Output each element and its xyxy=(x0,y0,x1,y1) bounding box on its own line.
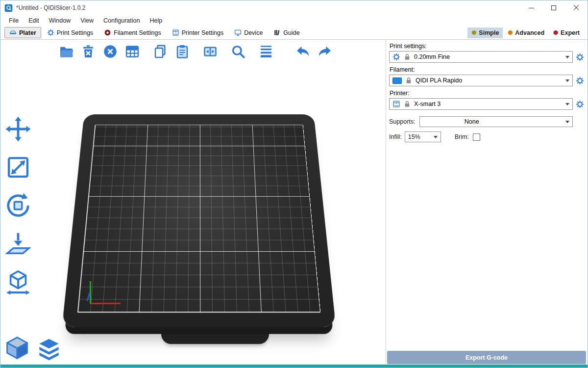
monitor-icon xyxy=(234,29,242,36)
scale-icon xyxy=(5,154,31,181)
measure-icon xyxy=(5,269,31,295)
titlebar: *Untitled - QIDISlicer-1.0.2 xyxy=(0,0,588,15)
supports-value: None xyxy=(465,118,479,125)
gear-icon xyxy=(576,53,584,61)
menu-view[interactable]: View xyxy=(75,16,98,25)
split-button[interactable] xyxy=(201,43,219,60)
print-settings-combo[interactable]: 0.20mm Fine xyxy=(389,51,573,63)
mode-simple-icon xyxy=(471,30,476,35)
plater-icon xyxy=(9,29,17,36)
menu-edit[interactable]: Edit xyxy=(24,16,44,25)
tab-device[interactable]: Device xyxy=(229,27,268,38)
maximize-button[interactable] xyxy=(542,0,565,15)
qidislicer-window: *Untitled - QIDISlicer-1.0.2 File Edit W… xyxy=(0,0,588,368)
supports-combo[interactable]: None xyxy=(419,116,573,127)
mode-simple[interactable]: Simple xyxy=(467,27,503,38)
close-button[interactable] xyxy=(565,0,588,15)
export-gcode-button[interactable]: Export G-code xyxy=(387,351,586,364)
menu-file[interactable]: File xyxy=(4,16,24,25)
menu-configuration[interactable]: Configuration xyxy=(98,16,145,25)
main-area: Print settings: 0.20mm Fine Filament: QI… xyxy=(0,40,588,365)
filament-combo[interactable]: QIDI PLA Rapido xyxy=(389,75,573,86)
print-bed-plate xyxy=(62,114,336,327)
minimize-button[interactable] xyxy=(520,0,542,15)
arrange-button[interactable] xyxy=(123,43,141,60)
mode-simple-label: Simple xyxy=(479,29,499,36)
split-icon xyxy=(203,44,218,59)
mode-advanced-label: Advanced xyxy=(515,29,544,36)
delete-all-button[interactable] xyxy=(101,43,119,60)
gizmo-toolbar xyxy=(3,114,33,297)
lock-icon xyxy=(403,100,411,108)
move-icon xyxy=(5,116,31,142)
tab-print-settings[interactable]: Print Settings xyxy=(42,27,98,38)
arrange-icon xyxy=(125,44,140,59)
close-icon xyxy=(573,5,579,11)
viewport-3d[interactable] xyxy=(0,40,386,365)
mode-expert[interactable]: Expert xyxy=(549,27,584,38)
tab-filament-settings[interactable]: Filament Settings xyxy=(99,27,166,38)
tab-device-label: Device xyxy=(244,29,263,36)
printer-combo[interactable]: X-smart 3 xyxy=(389,98,573,110)
copy-icon xyxy=(153,44,168,59)
tab-print-settings-label: Print Settings xyxy=(57,29,93,36)
tab-printer-settings-label: Printer Settings xyxy=(182,29,223,36)
rotate-button[interactable] xyxy=(3,191,33,220)
window-controls xyxy=(520,0,588,15)
lock-icon xyxy=(405,77,413,84)
delete-button[interactable] xyxy=(79,43,97,60)
app-logo-icon xyxy=(4,4,13,12)
gear-icon xyxy=(47,29,54,36)
editor-view-button[interactable] xyxy=(4,335,30,361)
tab-printer-settings[interactable]: Printer Settings xyxy=(167,27,228,38)
place-on-face-button[interactable] xyxy=(3,229,33,259)
copy-button[interactable] xyxy=(151,43,169,60)
mode-advanced[interactable]: Advanced xyxy=(504,27,548,38)
plater-toolbar xyxy=(57,43,334,60)
mode-expert-icon xyxy=(553,30,558,35)
view-toggles xyxy=(4,335,60,361)
chevron-down-icon xyxy=(565,103,569,105)
undo-icon xyxy=(295,44,310,59)
scale-button[interactable] xyxy=(3,153,33,182)
search-icon xyxy=(231,44,245,59)
infill-label: Infill: xyxy=(389,133,402,140)
search-button[interactable] xyxy=(229,43,247,60)
filament-value: QIDI PLA Rapido xyxy=(416,77,462,84)
variable-layer-height-button[interactable] xyxy=(257,43,275,60)
tab-guide[interactable]: Guide xyxy=(269,27,304,38)
tab-filament-settings-label: Filament Settings xyxy=(114,29,161,36)
infill-combo[interactable]: 15% xyxy=(405,131,441,142)
move-button[interactable] xyxy=(3,114,33,144)
mode-selector: Simple Advanced Expert xyxy=(467,27,584,38)
brim-checkbox[interactable] xyxy=(473,133,480,141)
menu-help[interactable]: Help xyxy=(145,16,167,25)
menu-window[interactable]: Window xyxy=(44,16,75,25)
infill-value: 15% xyxy=(408,133,420,140)
paste-icon xyxy=(175,44,190,59)
filament-gear-button[interactable] xyxy=(575,76,585,85)
tab-plater[interactable]: Plater xyxy=(4,27,41,38)
print-settings-gear-button[interactable] xyxy=(575,52,585,62)
printer-gear-button[interactable] xyxy=(575,99,585,109)
redo-button[interactable] xyxy=(316,43,334,60)
mode-advanced-icon xyxy=(508,30,513,35)
sidebar: Print settings: 0.20mm Fine Filament: QI… xyxy=(386,40,588,365)
measure-button[interactable] xyxy=(3,267,33,297)
printer-value: X-smart 3 xyxy=(414,101,441,107)
maximize-icon xyxy=(551,5,556,10)
redo-icon xyxy=(318,44,332,59)
open-folder-button[interactable] xyxy=(57,43,75,60)
place-on-face-icon xyxy=(5,231,31,257)
axis-x xyxy=(90,303,121,304)
preview-view-button[interactable] xyxy=(38,338,60,361)
window-title: *Untitled - QIDISlicer-1.0.2 xyxy=(16,4,85,11)
print-bed xyxy=(74,101,324,322)
tab-plater-label: Plater xyxy=(19,29,36,36)
paste-button[interactable] xyxy=(173,43,191,60)
brim-label: Brim: xyxy=(455,133,469,140)
tabbar: Plater Print Settings Filament Settings … xyxy=(0,26,588,40)
undo-button[interactable] xyxy=(294,43,312,60)
printer-icon xyxy=(392,100,400,108)
open-folder-icon xyxy=(59,44,74,59)
